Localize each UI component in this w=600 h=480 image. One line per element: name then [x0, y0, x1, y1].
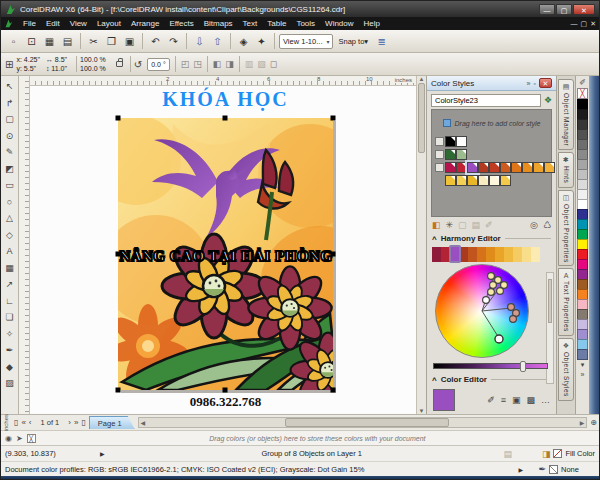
phone-number-text[interactable]: 0986.322.768	[118, 394, 333, 410]
redo-icon[interactable]: ↷	[165, 33, 182, 50]
application-launcher-icon[interactable]: ◈	[235, 33, 252, 50]
selection-handle[interactable]	[331, 388, 336, 393]
color-style-swatch[interactable]	[533, 162, 544, 173]
trace-bitmap-icon[interactable]: ◨	[225, 59, 234, 69]
docker-tab[interactable]: ▤ Object Manager	[558, 79, 574, 150]
menu-item[interactable]: Arrange	[126, 17, 164, 30]
docker-tab[interactable]: A Text Properties	[558, 268, 574, 336]
selection-handle[interactable]	[223, 116, 228, 121]
status-flyout-icon[interactable]: ▶	[100, 450, 120, 457]
save-icon[interactable]: ▦	[41, 33, 58, 50]
last-page-icon[interactable]: »	[74, 418, 78, 427]
scroll-left-icon[interactable]: ◀	[139, 419, 148, 426]
selection-handle[interactable]	[331, 252, 336, 257]
harmony-color-segment[interactable]	[513, 247, 522, 262]
basic-shape-icon[interactable]: ◻	[270, 59, 277, 69]
options-icon[interactable]: ≣	[373, 33, 390, 50]
doc-restore-button[interactable]: ▢	[581, 20, 588, 28]
color-style-swatch[interactable]	[522, 162, 533, 173]
menu-item[interactable]: View	[65, 17, 92, 30]
maximize-button[interactable]: ▢	[556, 4, 572, 15]
color-style-swatch[interactable]	[456, 162, 467, 173]
toolbox-tool-button[interactable]: ▨	[2, 375, 17, 392]
welcome-screen-icon[interactable]: ✦	[253, 33, 270, 50]
palette-scroll-down-icon[interactable]: ▾	[581, 360, 585, 370]
color-style-swatch[interactable]	[456, 136, 467, 147]
selection-handle[interactable]	[331, 116, 336, 121]
color-style-swatch[interactable]	[500, 175, 511, 186]
new-icon[interactable]: ▫	[5, 33, 22, 50]
toolbox-tool-button[interactable]: ↖	[2, 78, 17, 95]
horizontal-ruler[interactable]: 2 4 6 8 10 inches	[30, 76, 416, 86]
scrollbar-thumb[interactable]	[418, 83, 425, 153]
selection-handle[interactable]	[116, 388, 121, 393]
page-tab[interactable]: Page 1	[89, 416, 135, 429]
undo-icon[interactable]: ↶	[147, 33, 164, 50]
docker-collapse-icon[interactable]: ▫	[534, 80, 536, 87]
palette-eyedropper-icon[interactable]: ✐	[579, 77, 586, 88]
new-color-style-icon[interactable]: ◧	[432, 220, 441, 230]
toolbox-tool-button[interactable]: ◩	[2, 161, 17, 178]
scale-h-field[interactable]: 100.0 %	[80, 55, 106, 64]
slider-handle[interactable]	[520, 361, 526, 372]
edit-bitmap-icon[interactable]: ◧	[213, 59, 222, 69]
mirror-horizontal-icon[interactable]: ◰	[181, 59, 190, 69]
color-style-swatch[interactable]	[478, 175, 489, 186]
harmony-color-segment[interactable]	[522, 247, 531, 262]
close-button[interactable]: ✕	[573, 4, 595, 15]
toolbox-tool-button[interactable]: ✧	[2, 326, 17, 343]
docker-tab[interactable]: ✱ Hints	[558, 152, 574, 187]
harmony-color-segment[interactable]	[432, 247, 441, 262]
harmony-color-segment[interactable]	[486, 247, 495, 262]
style-folder-icon[interactable]	[435, 150, 444, 159]
more-options-icon[interactable]: …	[541, 395, 550, 405]
menu-item[interactable]: Window	[320, 17, 358, 30]
docker-close-icon[interactable]: ✕	[539, 78, 552, 88]
color-style-swatch[interactable]	[500, 162, 511, 173]
add-page-icon[interactable]: ▯	[81, 418, 85, 427]
object-width-field[interactable]: ↔ 8.5"	[46, 55, 67, 64]
scrollbar-thumb[interactable]	[285, 418, 449, 427]
fill-color-swatch[interactable]	[553, 449, 562, 458]
scale-v-field[interactable]: 100.0 %	[80, 64, 106, 73]
color-sliders-icon[interactable]: ≡	[501, 395, 506, 405]
scroll-right-icon[interactable]: ▶	[578, 419, 587, 426]
previous-page-icon[interactable]: ‹	[29, 418, 32, 427]
no-color-swatch[interactable]: ╳	[27, 434, 36, 443]
color-style-swatch[interactable]	[456, 175, 467, 186]
vertical-scrollbar[interactable]: ▲ ▼	[416, 76, 426, 414]
color-style-swatch[interactable]	[445, 162, 456, 173]
outline-pen-icon[interactable]: ✒	[538, 464, 546, 474]
paste-icon[interactable]: ▣	[121, 33, 138, 50]
docker-flyout-icon[interactable]: »	[527, 80, 531, 87]
menu-item[interactable]: Layout	[92, 17, 126, 30]
color-style-swatch[interactable]	[445, 136, 456, 147]
zoom-levels-dropdown[interactable]: View 1-10... ▾	[279, 34, 333, 49]
brightness-slider[interactable]	[427, 361, 556, 373]
style-folder-icon[interactable]	[435, 163, 444, 172]
color-style-swatch[interactable]	[511, 162, 522, 173]
color-style-swatch[interactable]	[456, 149, 467, 160]
vertical-ruler[interactable]	[19, 76, 30, 414]
snap-to-dropdown[interactable]: Snap to ▾	[334, 37, 372, 46]
palette-marker-icon[interactable]: ➤	[16, 434, 23, 443]
toolbox-tool-button[interactable]: ▭	[2, 177, 17, 194]
doc-minimize-button[interactable]: —	[571, 20, 578, 28]
docker-tab[interactable]: ◫ Object Properties	[558, 190, 574, 267]
mirror-vertical-icon[interactable]: ◳	[193, 59, 202, 69]
menu-item[interactable]: Edit	[41, 17, 65, 30]
first-page-icon[interactable]: «	[21, 418, 25, 427]
menu-item[interactable]: Table	[262, 17, 291, 30]
color-style-swatch[interactable]	[445, 175, 456, 186]
menu-item[interactable]: Effects	[164, 17, 198, 30]
outline-color-swatch[interactable]	[549, 465, 558, 474]
toolbox-tool-button[interactable]: ⊙	[2, 128, 17, 145]
toolbox-tool-button[interactable]: A	[2, 243, 17, 260]
toolbox-tool-button[interactable]: ↱	[2, 95, 17, 112]
harmony-color-segment[interactable]	[495, 247, 504, 262]
color-viewer-icon[interactable]: ▣	[512, 395, 521, 405]
toolbox-tool-button[interactable]: ▦	[2, 260, 17, 277]
style-selector-icon[interactable]: ◎	[530, 220, 538, 230]
print-icon[interactable]: ▤	[59, 33, 76, 50]
harmony-wheel-nodes[interactable]	[435, 264, 529, 358]
